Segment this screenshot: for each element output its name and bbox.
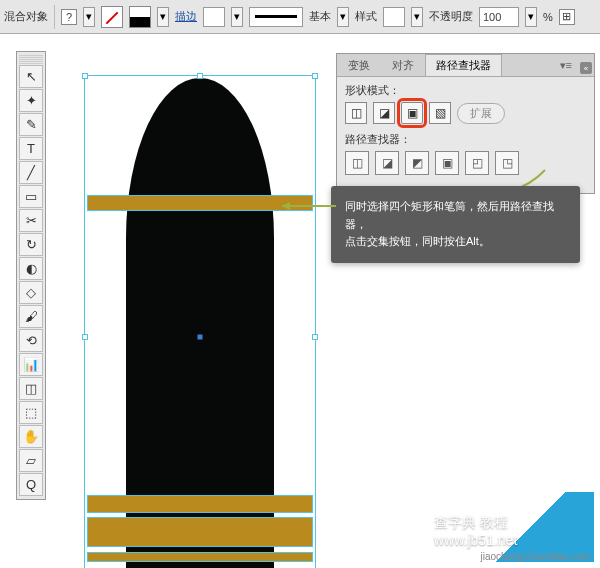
opacity-dropdown[interactable]: ▾ xyxy=(525,7,537,27)
divide-button[interactable]: ◫ xyxy=(345,151,369,175)
line-tool[interactable]: ╱ xyxy=(19,161,43,184)
slice-tool[interactable]: ▱ xyxy=(19,449,43,472)
style-field[interactable] xyxy=(383,7,405,27)
handle-tl[interactable] xyxy=(82,73,88,79)
handle-tc[interactable] xyxy=(197,73,203,79)
tooltip-line-2: 点击交集按钮，同时按住Alt。 xyxy=(345,233,566,251)
stroke-preview[interactable] xyxy=(249,7,303,27)
tab-pathfinder[interactable]: 路径查找器 xyxy=(425,54,502,76)
mesh-tool[interactable]: 📊 xyxy=(19,353,43,376)
handle-ml[interactable] xyxy=(82,334,88,340)
style-dropdown[interactable]: ▾ xyxy=(411,7,423,27)
exclude-button[interactable]: ▧ xyxy=(429,102,451,124)
unite-button[interactable]: ◫ xyxy=(345,102,367,124)
help-icon[interactable]: ? xyxy=(61,9,77,25)
crop-button[interactable]: ▣ xyxy=(435,151,459,175)
intersect-button[interactable]: ▣ xyxy=(401,102,423,124)
symbol-tool[interactable]: 🖌 xyxy=(19,305,43,328)
doc-setup-icon[interactable]: ⊞ xyxy=(559,9,575,25)
selection-bounds xyxy=(84,75,316,568)
rect-stripe-3[interactable] xyxy=(87,517,313,547)
gradient-tool[interactable]: ◫ xyxy=(19,377,43,400)
watermark: 查字典 教程www.jb51.net jiaocheng.chazidian.c… xyxy=(434,462,594,562)
warp-tool[interactable]: ◐ xyxy=(19,257,43,280)
stroke-link[interactable]: 描边 xyxy=(175,9,197,24)
minus-front-button[interactable]: ◪ xyxy=(373,102,395,124)
fill-dropdown[interactable]: ▾ xyxy=(83,7,95,27)
separator xyxy=(54,5,55,29)
expand-button[interactable]: 扩展 xyxy=(457,103,505,124)
eyedropper-tool[interactable]: ⬚ xyxy=(19,401,43,424)
trim-button[interactable]: ◪ xyxy=(375,151,399,175)
shape-mode-label: 形状模式： xyxy=(345,83,586,98)
tools-panel[interactable]: ↖ ✦ ✎ T ╱ ▭ ✂ ↻ ◐ ◇ 🖌 ⟲ 📊 ◫ ⬚ ✋ ▱ Q xyxy=(16,51,46,500)
tooltip-line-1: 同时选择四个矩形和笔筒，然后用路径查找器， xyxy=(345,198,566,233)
watermark-url: jiaocheng.chazidian.com xyxy=(480,551,590,562)
selection-center-icon xyxy=(198,335,203,340)
fill-dropdown-2[interactable]: ▾ xyxy=(157,7,169,27)
scissors-tool[interactable]: ✂ xyxy=(19,209,43,232)
blend-label: 混合对象 xyxy=(4,9,48,24)
panel-menu-icon[interactable]: ▾≡ xyxy=(554,55,578,76)
rectangle-tool[interactable]: ▭ xyxy=(19,185,43,208)
opacity-field[interactable]: 100 xyxy=(479,7,519,27)
stroke-style-dropdown[interactable]: ▾ xyxy=(337,7,349,27)
watermark-text: 查字典 教程www.jb51.net xyxy=(434,514,590,548)
handle-mr[interactable] xyxy=(312,334,318,340)
type-tool[interactable]: T xyxy=(19,137,43,160)
stroke-weight-dropdown[interactable]: ▾ xyxy=(231,7,243,27)
rotate-tool[interactable]: ↻ xyxy=(19,233,43,256)
merge-button[interactable]: ◩ xyxy=(405,151,429,175)
graph-tool[interactable]: ⟲ xyxy=(19,329,43,352)
panel-grip-icon[interactable] xyxy=(19,55,43,64)
handle-tr[interactable] xyxy=(312,73,318,79)
hand-tool[interactable]: ✋ xyxy=(19,425,43,448)
pen-tool[interactable]: ✎ xyxy=(19,113,43,136)
instruction-tooltip: 同时选择四个矩形和笔筒，然后用路径查找器， 点击交集按钮，同时按住Alt。 xyxy=(331,186,580,263)
opacity-label: 不透明度 xyxy=(429,9,473,24)
tab-align[interactable]: 对齐 xyxy=(381,54,425,76)
stroke-weight-field[interactable] xyxy=(203,7,225,27)
rect-stripe-2[interactable] xyxy=(87,495,313,513)
selection-tool[interactable]: ↖ xyxy=(19,65,43,88)
opacity-unit: % xyxy=(543,11,553,23)
tab-transform[interactable]: 变换 xyxy=(337,54,381,76)
zoom-tool[interactable]: Q xyxy=(19,473,43,496)
style-label: 样式 xyxy=(355,9,377,24)
free-transform-tool[interactable]: ◇ xyxy=(19,281,43,304)
direct-selection-tool[interactable]: ✦ xyxy=(19,89,43,112)
pathfinder-label: 路径查找器： xyxy=(345,132,586,147)
stroke-style-label: 基本 xyxy=(309,9,331,24)
panel-close-icon[interactable]: « xyxy=(580,62,592,74)
rect-stripe-4[interactable] xyxy=(87,552,313,562)
fill-swatch-none[interactable] xyxy=(101,6,123,28)
callout-arrow-shape xyxy=(274,198,344,214)
fill-swatch-gradient[interactable] xyxy=(129,6,151,28)
options-bar: 混合对象 ? ▾ ▾ 描边 ▾ 基本 ▾ 样式 ▾ 不透明度 100 ▾ % ⊞ xyxy=(0,0,600,34)
